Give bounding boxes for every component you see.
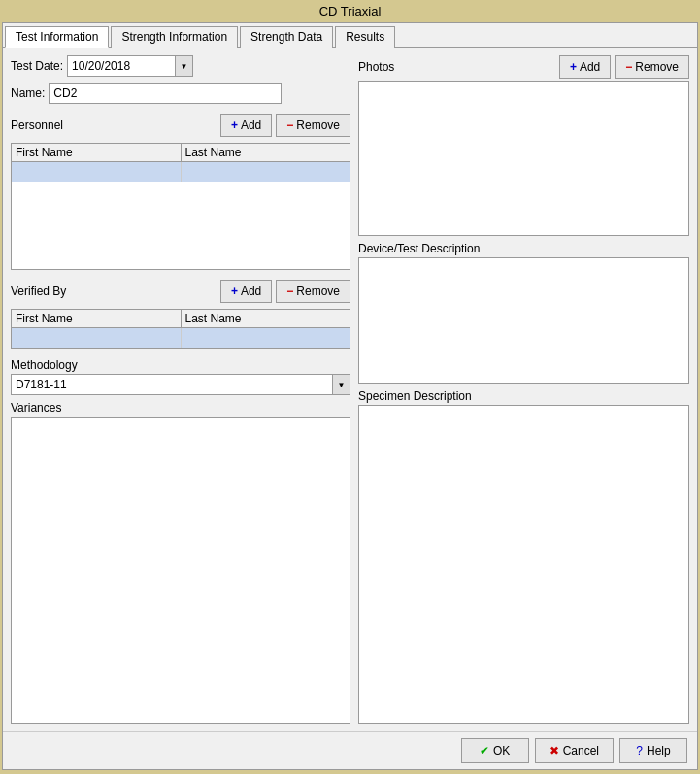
test-date-input-container[interactable]: ▼ bbox=[67, 55, 193, 77]
methodology-label: Methodology bbox=[11, 358, 350, 372]
methodology-dropdown-icon[interactable]: ▼ bbox=[332, 375, 350, 394]
photos-box bbox=[358, 81, 689, 236]
personnel-section-header: Personnel + Add − Remove bbox=[11, 114, 350, 137]
personnel-selected-row[interactable] bbox=[12, 162, 350, 182]
tab-bar: Test Information Strength Information St… bbox=[3, 23, 697, 48]
title-bar: CD Triaxial bbox=[0, 0, 700, 22]
cancel-button[interactable]: ✖ Cancel bbox=[535, 738, 614, 763]
date-dropdown-button[interactable]: ▼ bbox=[175, 56, 192, 76]
verified-selected-row[interactable] bbox=[12, 328, 350, 348]
right-panel: Photos + Add − Remove bbox=[358, 55, 689, 724]
name-input[interactable] bbox=[49, 83, 282, 104]
x-icon: ✖ bbox=[550, 744, 559, 757]
verified-label: Verified By bbox=[11, 285, 66, 298]
personnel-table-header: First Name Last Name bbox=[12, 144, 350, 162]
footer: ✔ OK ✖ Cancel ? Help bbox=[3, 731, 697, 769]
photos-btn-group: + Add − Remove bbox=[559, 55, 689, 79]
device-label: Device/Test Description bbox=[358, 242, 689, 255]
photos-header: Photos + Add − Remove bbox=[358, 55, 689, 79]
verified-row-lastname bbox=[182, 328, 350, 348]
methodology-select-container[interactable]: D7181-11 ▼ bbox=[11, 374, 350, 395]
verified-col-firstname: First Name bbox=[12, 310, 182, 327]
specimen-section: Specimen Description bbox=[358, 389, 689, 724]
question-icon: ? bbox=[636, 744, 643, 757]
personnel-add-button[interactable]: + Add bbox=[220, 114, 272, 137]
tab-strength-information[interactable]: Strength Information bbox=[111, 26, 238, 48]
specimen-label: Specimen Description bbox=[358, 389, 689, 403]
personnel-label: Personnel bbox=[11, 118, 63, 132]
photos-add-button[interactable]: + Add bbox=[559, 55, 611, 79]
check-icon: ✔ bbox=[480, 744, 489, 757]
personnel-remove-button[interactable]: − Remove bbox=[276, 114, 350, 137]
verified-table-header: First Name Last Name bbox=[12, 310, 350, 328]
specimen-box[interactable] bbox=[358, 405, 689, 724]
verified-table: First Name Last Name bbox=[11, 309, 350, 349]
name-label: Name: bbox=[11, 86, 45, 100]
photos-label: Photos bbox=[358, 60, 394, 74]
device-box[interactable] bbox=[358, 257, 689, 384]
tab-test-information[interactable]: Test Information bbox=[5, 26, 109, 48]
verified-add-button[interactable]: + Add bbox=[220, 280, 272, 303]
tab-results[interactable]: Results bbox=[335, 26, 395, 48]
main-window: Test Information Strength Information St… bbox=[2, 22, 698, 770]
personnel-row-lastname bbox=[182, 162, 350, 182]
left-panel: Test Date: ▼ Name: Personnel + Add bbox=[11, 55, 350, 724]
test-date-label: Test Date: bbox=[11, 59, 63, 73]
personnel-table: First Name Last Name bbox=[11, 143, 350, 270]
name-row: Name: bbox=[11, 83, 350, 104]
verified-row-firstname bbox=[12, 328, 182, 348]
methodology-section: Methodology D7181-11 ▼ bbox=[11, 358, 350, 395]
personnel-row-firstname bbox=[12, 162, 182, 182]
test-date-input[interactable] bbox=[68, 56, 175, 76]
verified-section-header: Verified By + Add − Remove bbox=[11, 280, 350, 303]
photos-section: Photos + Add − Remove bbox=[358, 55, 689, 236]
verified-remove-button[interactable]: − Remove bbox=[276, 280, 350, 303]
verified-btn-group: + Add − Remove bbox=[220, 280, 350, 303]
personnel-empty-area bbox=[12, 182, 350, 269]
variances-section: Variances bbox=[11, 401, 350, 724]
ok-button[interactable]: ✔ OK bbox=[461, 738, 529, 763]
variances-box[interactable] bbox=[11, 417, 350, 724]
help-button[interactable]: ? Help bbox=[619, 738, 687, 763]
personnel-col-lastname: Last Name bbox=[182, 144, 350, 161]
content-area: Test Date: ▼ Name: Personnel + Add bbox=[3, 48, 697, 731]
photos-remove-button[interactable]: − Remove bbox=[615, 55, 689, 79]
personnel-btn-group: + Add − Remove bbox=[220, 114, 350, 137]
personnel-col-firstname: First Name bbox=[12, 144, 182, 161]
tab-strength-data[interactable]: Strength Data bbox=[240, 26, 333, 48]
window-title: CD Triaxial bbox=[319, 4, 382, 18]
variances-label: Variances bbox=[11, 401, 350, 415]
verified-col-lastname: Last Name bbox=[182, 310, 350, 327]
device-section: Device/Test Description bbox=[358, 242, 689, 384]
test-date-row: Test Date: ▼ bbox=[11, 55, 350, 77]
methodology-value: D7181-11 bbox=[12, 376, 332, 393]
